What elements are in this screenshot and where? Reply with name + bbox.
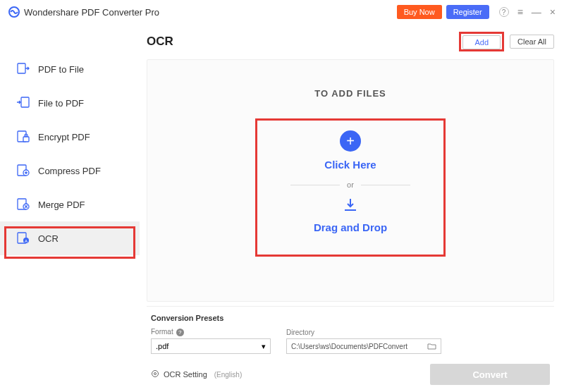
sidebar: PDF to File File to PDF Encrypt PDF Comp… (0, 24, 140, 392)
convert-button[interactable]: Convert (430, 364, 550, 385)
ocr-icon: A (17, 232, 30, 245)
buy-now-button[interactable]: Buy Now (397, 5, 442, 19)
to-add-files-label: TO ADD FILES (314, 88, 386, 99)
directory-input[interactable]: C:\Users\ws\Documents\PDFConvert (286, 338, 441, 354)
merge-pdf-icon (17, 198, 30, 211)
folder-open-icon[interactable] (427, 342, 436, 351)
minimize-icon[interactable]: — (532, 6, 541, 18)
directory-label: Directory (286, 329, 441, 336)
content: OCR Add Clear All TO ADD FILES + Click H… (140, 24, 564, 392)
highlight-add: Add (459, 32, 504, 51)
download-icon (342, 197, 359, 216)
sidebar-item-label: PDF to File (38, 64, 84, 75)
drag-and-drop-link[interactable]: Drag and Drop (314, 221, 387, 233)
sidebar-item-file-to-pdf[interactable]: File to PDF (0, 86, 140, 120)
sidebar-item-compress-pdf[interactable]: Compress PDF (0, 154, 140, 188)
sidebar-item-merge-pdf[interactable]: Merge PDF (0, 188, 140, 221)
add-button[interactable]: Add (462, 35, 501, 49)
gear-icon (151, 369, 159, 379)
window-controls: ? ≡ — × (499, 6, 556, 18)
or-divider: or (290, 180, 410, 189)
main-panel: TO ADD FILES + Click Here or Drag and Dr… (147, 59, 554, 302)
add-plus-icon[interactable]: + (340, 130, 361, 152)
encrypt-pdf-icon (17, 130, 30, 143)
menu-icon[interactable]: ≡ (517, 6, 523, 18)
titlebar: Wondershare PDF Converter Pro Buy Now Re… (0, 0, 564, 24)
file-to-pdf-icon (17, 97, 30, 109)
chevron-down-icon: ▾ (262, 342, 266, 351)
compress-pdf-icon (17, 164, 30, 177)
register-button[interactable]: Register (446, 5, 489, 19)
help-icon[interactable]: ? (499, 7, 509, 17)
ocr-language: (English) (214, 371, 242, 379)
close-icon[interactable]: × (550, 6, 556, 18)
ocr-setting-link[interactable]: OCR Setting (English) (151, 369, 242, 379)
brand-logo-icon (8, 6, 20, 18)
svg-rect-4 (23, 137, 29, 142)
pdf-to-file-icon (17, 63, 30, 75)
click-here-link[interactable]: Click Here (324, 159, 376, 171)
sidebar-item-label: Compress PDF (38, 166, 101, 176)
brand: Wondershare PDF Converter Pro (8, 6, 159, 18)
sidebar-item-ocr[interactable]: A OCR (0, 221, 140, 255)
svg-rect-1 (18, 63, 25, 73)
svg-rect-2 (21, 97, 29, 107)
format-help-icon[interactable]: ? (176, 329, 184, 336)
sidebar-item-label: Merge PDF (38, 200, 85, 210)
svg-point-12 (152, 371, 159, 377)
sidebar-item-label: File to PDF (38, 98, 84, 109)
sidebar-item-label: Encrypt PDF (38, 132, 90, 142)
page-title: OCR (147, 35, 173, 49)
dropzone-highlight: + Click Here or Drag and Drop (255, 118, 446, 257)
clear-all-button[interactable]: Clear All (510, 35, 554, 49)
conversion-presets: Conversion Presets Format? .pdf ▾ Direct… (147, 306, 554, 385)
svg-text:A: A (25, 239, 27, 243)
sidebar-item-encrypt-pdf[interactable]: Encrypt PDF (0, 120, 140, 154)
sidebar-item-pdf-to-file[interactable]: PDF to File (0, 52, 140, 86)
format-label: Format? (151, 328, 271, 336)
app-name: Wondershare PDF Converter Pro (24, 7, 159, 18)
sidebar-item-label: OCR (38, 233, 59, 244)
svg-point-13 (154, 373, 157, 375)
presets-title: Conversion Presets (151, 314, 550, 322)
format-select[interactable]: .pdf ▾ (151, 338, 271, 354)
